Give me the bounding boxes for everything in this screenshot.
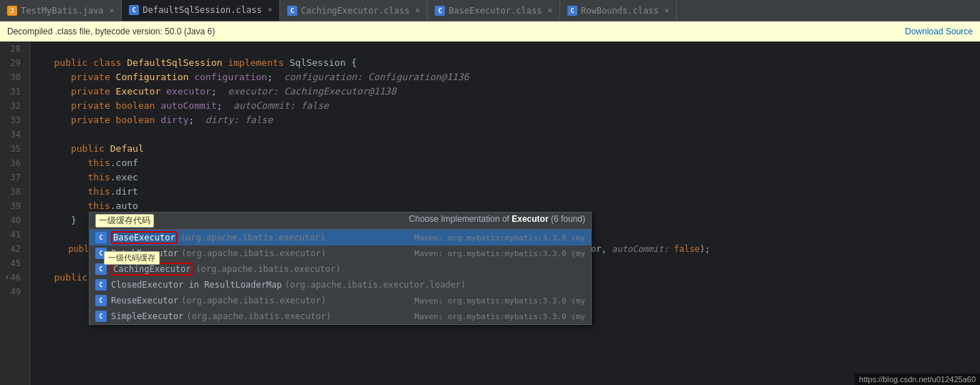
class-icon: C [435,6,445,16]
comment-autocommit2: autoCommit: [612,242,674,256]
brace-close: } [71,213,77,228]
tab-bar: J TestMyBatis.java × C DefaultSqlSession… [0,0,980,21]
item-pkg: (org.apache.ibatis.executor) [181,248,326,258]
code-line-32: private boolean autoCommit ; autoCommit:… [37,99,980,113]
item-pkg: (org.apache.ibatis.executor) [181,233,325,243]
indent [37,213,71,228]
item-name: ClosedExecutor in ResultLoaderMap [111,280,282,290]
semicolon: ; [188,113,205,127]
gutter-35: 35 [0,142,25,156]
gutter-29: 29 [0,56,25,70]
indent [37,70,71,84]
code-line-33: private boolean dirty ; dirty: false [37,113,980,127]
keyword-public: public [71,142,110,156]
field-executor: executor [166,84,211,99]
tab-close-btn[interactable]: × [664,6,669,15]
field-autocommit: autoCommit [160,99,216,113]
code-line-29: public class DefaultSqlSession implement… [37,56,980,70]
line-number-gutter: 28 29 30 31 32 33 34 35 36 37 38 39 40 4… [0,42,30,385]
tab-baseexecutor[interactable]: C BaseExecutor.class × [428,0,560,21]
autocomplete-item-simpleexecutor[interactable]: C SimpleExecutor (org.apache.ibatis.exec… [90,308,591,324]
comment-configuration: configuration: Configuration@1136 [284,70,469,84]
autocomplete-item-baseexecutor[interactable]: C BaseExecutor (org.apache.ibatis.execut… [90,230,591,245]
indent [37,199,87,213]
item-maven: Maven: org.mybatis:mybatis:3.3.0 (my [415,249,585,258]
editor: 28 29 30 31 32 33 34 35 36 37 38 39 40 4… [0,42,980,385]
gutter-46: ↑46 [0,271,25,285]
gutter-39: 39 [0,199,25,213]
class-icon: C [129,5,139,15]
indent [37,156,87,170]
indent [37,242,68,256]
class-icon: C [95,232,107,243]
autocomplete-item-closedexecutor[interactable]: C ClosedExecutor in ResultLoaderMap (org… [90,277,591,293]
indent [37,84,71,99]
keyword-boolean2: boolean [116,113,161,127]
keyword-private: private [71,70,116,84]
field-configuration: configuration [194,70,267,84]
gutter-33: 33 [0,113,25,127]
class-icon: C [95,311,107,322]
autocomplete-header: 一级缓存代码 Choose Implementation of Executor… [90,213,591,230]
semicolon: ; [217,99,234,113]
gutter-30: 30 [0,70,25,84]
class-icon: C [95,279,107,291]
info-bar: Decompiled .class file, bytecode version… [0,21,980,42]
code-line-35: public Defaul [37,142,980,156]
field-dirty: dirty [160,113,188,127]
autocomplete-item-reuseexecutor[interactable]: C ReuseExecutor (org.apache.ibatis.execu… [90,293,591,308]
type-executor: Executor [116,84,166,99]
autocomplete-item-cachingexecutor[interactable]: C CachingExecutor (org.apache.ibatis.exe… [90,261,591,277]
tab-defaultsqlsession[interactable]: C DefaultSqlSession.class × [122,0,280,21]
tab-cachingexecutor[interactable]: C CachingExecutor.class × [280,0,428,21]
item-name: SimpleExecutor [111,311,183,321]
gutter-41: 41 [0,228,25,242]
keyword-public3: public [54,271,93,285]
code-line-36: this .conf [37,156,980,170]
code-area[interactable]: public class DefaultSqlSession implement… [30,42,980,385]
tab-close-btn[interactable]: × [110,6,115,15]
tab-close-btn[interactable]: × [267,5,272,14]
tab-close-btn[interactable]: × [415,6,421,15]
class-icon: C [287,6,297,16]
header-text: Choose Implementation of [409,214,511,224]
keyword-this2: this [87,170,110,185]
code-line-34 [37,127,980,142]
comment-executor: executor: CachingExecutor@1138 [228,84,396,99]
bottom-bar: https://blog.csdn.net/u012425a60 [855,374,980,385]
code-line-38: this .dirt [37,185,980,199]
tab-rowbounds[interactable]: C RowBounds.class × [560,0,677,21]
semicolon: ; [211,84,228,99]
code-line-28 [37,42,980,56]
class-icon: C [95,263,107,275]
class-icon: C [567,6,577,16]
tab-label: DefaultSqlSession.class [143,5,261,15]
tab-testmybatis[interactable]: J TestMyBatis.java × [0,0,122,21]
keyword-public: public [37,56,93,70]
dot4: .auto [110,199,138,213]
caching-tooltip: 一级代码缓存 [104,251,160,265]
code-line-30: private Configuration configuration ; co… [37,70,980,84]
tab-label: RowBounds.class [581,6,658,16]
keyword-false: false [674,242,700,256]
gutter-45: 45 [0,256,25,271]
keyword-this: this [87,156,110,170]
type-configuration: Configuration [116,70,195,84]
item-maven: Maven: org.mybatis:mybatis:3.3.0 (my [415,312,585,321]
item-pkg: (org.apache.ibatis.executor) [196,264,340,274]
autocomplete-popup[interactable]: 一级缓存代码 Choose Implementation of Executor… [89,212,592,325]
code-line-37: this .exec [37,170,980,185]
autocomplete-item-batchexecutor[interactable]: C BatchExecutor (org.apache.ibatis.execu… [90,245,591,261]
keyword-private: private [71,84,116,99]
gutter-31: 31 [0,84,25,99]
item-pkg: (org.apache.ibatis.executor) [186,311,331,321]
code-line-39: this .auto [37,199,980,213]
gutter-28: 28 [0,42,25,56]
indent [37,185,87,199]
tab-close-btn[interactable]: × [547,6,552,15]
gutter-40: 40 [0,213,25,228]
keyword-private: private [71,113,116,127]
download-source-link[interactable]: Download Source [905,26,973,36]
interface-name: SqlSession [289,56,351,70]
autocomplete-list: C BaseExecutor (org.apache.ibatis.execut… [90,230,591,324]
